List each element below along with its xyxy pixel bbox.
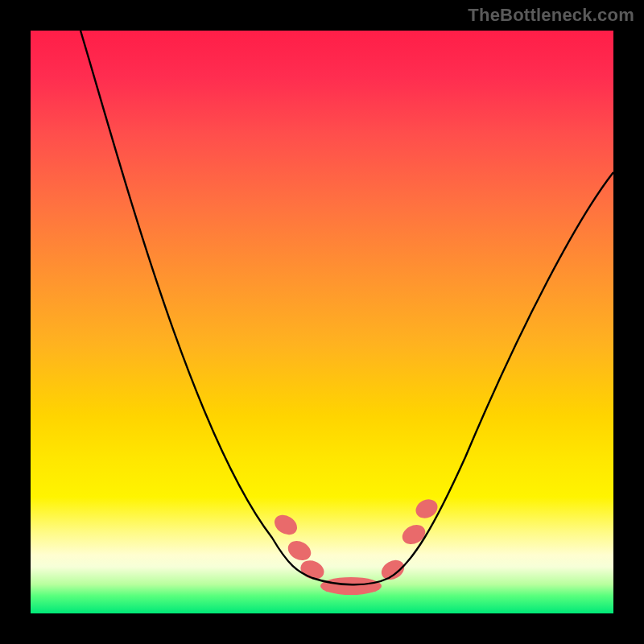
plot-area	[31, 31, 613, 613]
marker-5	[399, 521, 429, 548]
chart-stage: TheBottleneck.com	[0, 0, 644, 644]
watermark-text: TheBottleneck.com	[468, 5, 634, 26]
curve-layer	[31, 31, 613, 613]
bottleneck-curve	[80, 31, 613, 584]
marker-3	[320, 577, 382, 595]
marker-0	[270, 511, 300, 539]
marker-1	[285, 537, 315, 564]
marker-group	[270, 496, 440, 595]
marker-4	[378, 556, 408, 584]
